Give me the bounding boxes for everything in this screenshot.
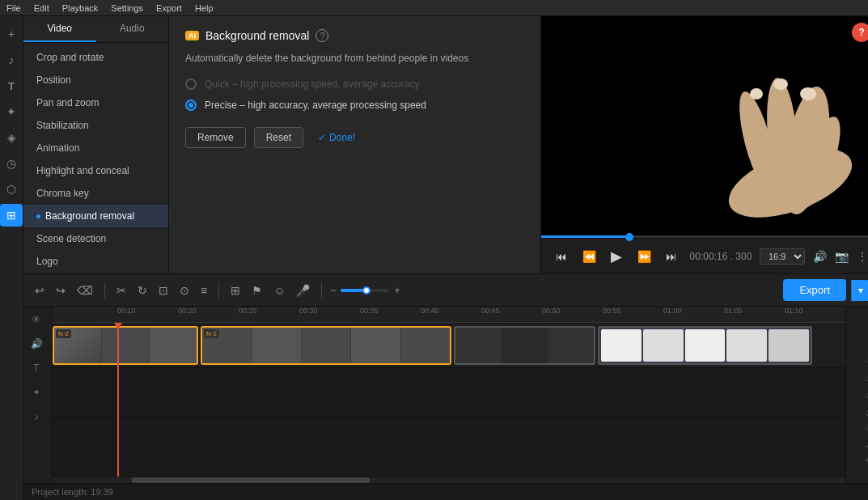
toolbar-separator-1 [104, 282, 105, 299]
crop-button[interactable]: ⊡ [155, 281, 171, 300]
preview-panel: ? ⏮ ⏪ ▶ ⏩ ⏭ 00:00 [541, 16, 868, 273]
props-item-chroma[interactable]: Chroma key [23, 182, 168, 205]
progress-bar[interactable] [541, 235, 868, 238]
properties-panel: Video Audio Crop and rotate Position Pan… [23, 16, 169, 273]
track-lock-icon[interactable]: 👁 [25, 308, 48, 331]
track-audio-icon[interactable]: 🔊 [25, 333, 48, 355]
props-item-pan-zoom[interactable]: Pan and zoom [23, 91, 168, 114]
clock-icon[interactable]: ◷ [0, 152, 23, 175]
video-clip-3[interactable] [454, 326, 595, 365]
props-tabs: Video Audio [23, 16, 168, 43]
detail-title: Background removal [205, 29, 309, 42]
timeline-ruler: 00:10 00:20 00:25 00:30 00:35 00:40 00:4… [53, 307, 845, 323]
reset-button[interactable]: Reset [254, 127, 303, 148]
text-icon[interactable]: T [0, 74, 23, 97]
preview-video: ? [541, 16, 868, 235]
step-forward-button[interactable]: ⏩ [633, 246, 654, 267]
props-item-crop[interactable]: Crop and rotate [23, 46, 168, 69]
playback-buttons: ⏮ ⏪ ▶ ⏩ ⏭ [551, 246, 682, 267]
vol-plus-icon: + [394, 285, 400, 296]
sticker-icon[interactable]: ◈ [0, 126, 23, 149]
remove-button[interactable]: Remove [185, 127, 246, 148]
ruler-mark-0030: 00:30 [299, 307, 360, 315]
props-item-stabilization[interactable]: Stabilization [23, 114, 168, 137]
timeline-tracks: fx·2 fx·1 [53, 323, 845, 477]
layout-button[interactable]: ⊞ [227, 281, 243, 300]
help-button[interactable]: ? [852, 23, 868, 42]
audio-track-2 [53, 392, 845, 417]
undo-button[interactable]: ↩ [32, 281, 48, 300]
export-button[interactable]: Export [783, 279, 846, 301]
add-icon[interactable]: + [0, 23, 23, 45]
menu-help[interactable]: Help [195, 3, 214, 13]
detail-panel: AI Background removal ? Automatically de… [169, 16, 541, 273]
speed-button[interactable]: ⊙ [176, 281, 193, 300]
radio-precise[interactable]: Precise – high accuracy, average process… [185, 100, 524, 111]
svg-point-6 [800, 87, 816, 100]
props-item-highlight[interactable]: Highlight and conceal [23, 159, 168, 182]
skip-end-button[interactable]: ⏭ [661, 246, 682, 267]
play-button[interactable]: ▶ [606, 246, 627, 267]
cut-button[interactable]: ✂ [113, 281, 129, 300]
ruler-mark-0050: 00:50 [542, 307, 603, 315]
radio-group: Quick – high processing speed, average a… [169, 78, 540, 111]
preview-ms: 300 [735, 251, 752, 262]
track-effect-icon[interactable]: ✦ [25, 381, 48, 404]
props-item-position[interactable]: Position [23, 69, 168, 91]
tab-video[interactable]: Video [23, 16, 96, 42]
props-item-scene[interactable]: Scene detection [23, 227, 168, 250]
adjust-button[interactable]: ≡ [197, 281, 210, 300]
menu-export[interactable]: Export [156, 3, 182, 13]
svg-point-7 [773, 78, 788, 90]
scale-25: -25 [864, 410, 868, 417]
video-clip-2[interactable]: fx·1 [201, 326, 451, 365]
props-item-bg-removal[interactable]: Background removal [23, 205, 168, 227]
volume-icon[interactable]: 🔊 [813, 250, 827, 263]
export-dropdown-button[interactable]: ▾ [851, 280, 868, 301]
redo-button[interactable]: ↪ [53, 281, 69, 300]
project-length: Project length: 19:39 [23, 483, 868, 500]
audio-track-1 [53, 368, 845, 392]
mic-button[interactable]: 🎤 [293, 281, 313, 300]
radio-quick[interactable]: Quick – high processing speed, average a… [185, 78, 524, 90]
menu-edit[interactable]: Edit [34, 3, 49, 13]
flag-button[interactable]: ⚑ [248, 281, 265, 300]
toolbar-separator-3 [321, 282, 322, 299]
ai-badge: AI [185, 31, 199, 40]
track-audio2-icon[interactable]: ♪ [25, 405, 48, 428]
color-icon[interactable]: ⬡ [0, 178, 23, 201]
delete-button[interactable]: ⌫ [74, 281, 96, 300]
face-button[interactable]: ☺ [270, 281, 288, 300]
more-options-icon[interactable]: ⋮ [857, 250, 868, 263]
ruler-mark-0010: 00:10 [117, 307, 178, 315]
ruler-mark-0025: 00:25 [239, 307, 299, 315]
playhead[interactable] [117, 323, 119, 477]
apps-icon[interactable]: ⊞ [0, 204, 23, 227]
menu-settings[interactable]: Settings [111, 3, 143, 13]
props-item-animation[interactable]: Animation [23, 137, 168, 159]
effects-icon[interactable]: ✦ [0, 100, 23, 123]
timeline-scrollbar[interactable] [53, 477, 845, 483]
video-clip-4[interactable] [598, 326, 812, 365]
clip-1-fx-badge: fx·2 [56, 329, 71, 338]
help-icon[interactable]: ? [315, 29, 328, 42]
progress-thumb[interactable] [625, 233, 633, 241]
props-list: Crop and rotate Position Pan and zoom St… [23, 43, 168, 273]
camera-icon[interactable]: 📷 [835, 250, 849, 263]
aspect-ratio-select[interactable]: 16:9 4:3 1:1 [760, 248, 805, 265]
music-icon[interactable]: ♪ [0, 49, 23, 71]
menu-file[interactable]: File [6, 3, 21, 13]
rotate-button[interactable]: ↻ [134, 281, 150, 300]
volume-slider[interactable] [341, 289, 389, 292]
audio-track-3 [53, 417, 845, 462]
skip-start-button[interactable]: ⏮ [551, 246, 572, 267]
done-button[interactable]: ✓ Done! [311, 128, 362, 147]
props-item-logo[interactable]: Logo [23, 250, 168, 273]
tab-audio[interactable]: Audio [96, 16, 169, 42]
step-back-button[interactable]: ⏪ [578, 246, 599, 267]
track-text-icon[interactable]: T [25, 357, 48, 379]
preview-controls: ⏮ ⏪ ▶ ⏩ ⏭ 00:00:16 . 300 16:9 4 [541, 238, 868, 273]
menu-playback[interactable]: Playback [62, 3, 99, 13]
video-clip-1[interactable]: fx·2 [53, 326, 198, 365]
scale-30: -30 [864, 425, 868, 432]
